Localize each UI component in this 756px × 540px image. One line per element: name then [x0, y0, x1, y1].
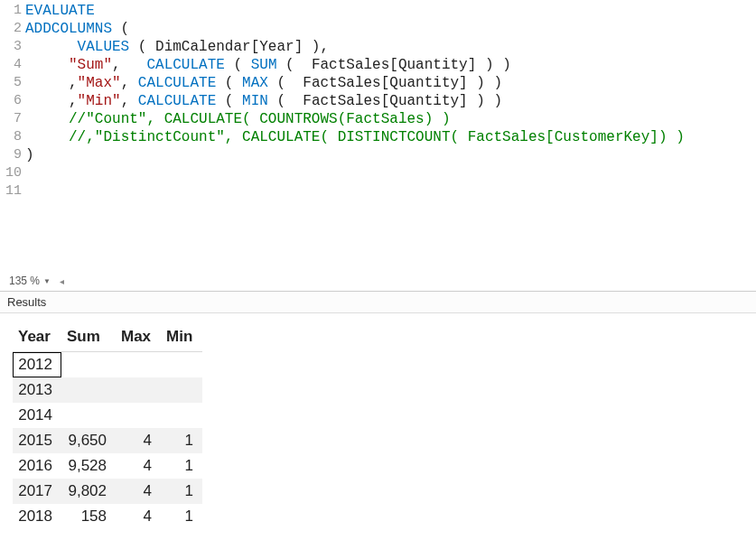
line-number: 6	[0, 92, 25, 110]
code-token: ,	[121, 93, 138, 109]
column-header-year[interactable]: Year	[13, 322, 61, 352]
code-token: ( DimCalendar[Year] ),	[129, 39, 329, 55]
cell-year[interactable]: 2018	[13, 504, 61, 529]
code-line[interactable]: ADDCOLUMNS (	[25, 20, 756, 38]
code-token: //"Count", CALCULATE( COUNTROWS(FactSale…	[69, 111, 450, 127]
code-line[interactable]: ,"Min", CALCULATE ( MIN ( FactSales[Quan…	[25, 92, 756, 110]
code-token: ,	[25, 93, 78, 109]
column-header-sum[interactable]: Sum	[61, 322, 116, 352]
code-token: SUM	[251, 57, 277, 73]
cell-max[interactable]	[116, 403, 161, 428]
code-token: VALUES	[78, 39, 130, 55]
table-row[interactable]: 20159,65041	[13, 428, 202, 453]
code-token	[25, 129, 69, 145]
cell-sum[interactable]: 9,802	[61, 479, 116, 504]
cell-year[interactable]: 2014	[13, 403, 61, 428]
code-line[interactable]: "Sum", CALCULATE ( SUM ( FactSales[Quant…	[25, 56, 756, 74]
code-line[interactable]: //"Count", CALCULATE( COUNTROWS(FactSale…	[25, 110, 756, 128]
cell-min[interactable]: 1	[161, 453, 202, 479]
code-line[interactable]: //,"DistinctCount", CALCULATE( DISTINCTC…	[25, 128, 756, 146]
code-token	[25, 39, 78, 55]
code-token: "Max"	[78, 75, 121, 91]
code-token: (	[112, 21, 129, 37]
line-number: 4	[0, 56, 25, 74]
table-row[interactable]: 2013	[13, 377, 202, 403]
code-token: ,	[25, 75, 78, 91]
column-header-max[interactable]: Max	[116, 322, 161, 352]
code-line[interactable]	[25, 182, 756, 200]
cell-sum[interactable]	[61, 352, 116, 378]
cell-year[interactable]: 2017	[13, 479, 61, 504]
line-number: 3	[0, 38, 25, 56]
zoom-bar: 135 % ▼ ◂	[0, 271, 756, 292]
zoom-level[interactable]: 135 %	[9, 275, 40, 287]
cell-sum[interactable]	[61, 377, 116, 403]
code-token: ,	[112, 57, 146, 73]
line-number: 5	[0, 74, 25, 92]
code-line[interactable]: EVALUATE	[25, 2, 756, 20]
code-token: MAX	[242, 75, 268, 91]
cell-sum[interactable]: 158	[61, 504, 116, 529]
cell-sum[interactable]: 9,528	[61, 453, 116, 479]
cell-max[interactable]: 4	[116, 504, 161, 529]
code-line[interactable]	[25, 164, 756, 182]
cell-max[interactable]: 4	[116, 428, 161, 453]
code-token: CALCULATE	[138, 75, 216, 91]
code-token: ADDCOLUMNS	[25, 21, 112, 37]
line-number: 9	[0, 146, 25, 164]
cell-year[interactable]: 2012	[13, 352, 61, 378]
code-token: ( FactSales[Quantity] ) )	[268, 93, 502, 109]
cell-min[interactable]	[161, 352, 202, 378]
cell-max[interactable]	[116, 352, 161, 378]
code-token: ,	[121, 75, 138, 91]
cell-min[interactable]: 1	[161, 428, 202, 453]
dax-editor[interactable]: 1234567891011 EVALUATEADDCOLUMNS ( VALUE…	[0, 0, 756, 271]
cell-year[interactable]: 2013	[13, 377, 61, 403]
cell-max[interactable]: 4	[116, 453, 161, 479]
cell-min[interactable]: 1	[161, 504, 202, 529]
cell-min[interactable]	[161, 403, 202, 428]
line-number: 11	[0, 182, 25, 200]
line-number: 2	[0, 20, 25, 38]
cell-sum[interactable]	[61, 403, 116, 428]
code-token: ( FactSales[Quantity] ) )	[276, 57, 510, 73]
code-token	[25, 111, 69, 127]
table-row[interactable]: 2012	[13, 352, 202, 378]
code-token: CALCULATE	[138, 93, 216, 109]
code-token: "Sum"	[69, 57, 112, 73]
line-number: 8	[0, 128, 25, 146]
line-number: 7	[0, 110, 25, 128]
code-line[interactable]: )	[25, 146, 756, 164]
code-line[interactable]: VALUES ( DimCalendar[Year] ),	[25, 38, 756, 56]
code-token: (	[225, 57, 251, 73]
zoom-dropdown-icon[interactable]: ▼	[43, 277, 51, 285]
cell-min[interactable]: 1	[161, 479, 202, 504]
cell-year[interactable]: 2016	[13, 453, 61, 479]
column-header-min[interactable]: Min	[161, 322, 202, 352]
code-token: "Min"	[78, 93, 121, 109]
results-table[interactable]: YearSumMaxMin 20122013201420159,65041201…	[13, 322, 202, 529]
code-token: CALCULATE	[146, 57, 224, 73]
code-token: //,"DistinctCount", CALCULATE( DISTINCTC…	[69, 129, 685, 145]
cell-year[interactable]: 2015	[13, 428, 61, 453]
table-row[interactable]: 20169,52841	[13, 453, 202, 479]
table-row[interactable]: 2014	[13, 403, 202, 428]
code-token	[25, 57, 69, 73]
cell-max[interactable]: 4	[116, 479, 161, 504]
scroll-left-icon[interactable]: ◂	[60, 276, 64, 286]
code-token: EVALUATE	[25, 3, 95, 19]
code-line[interactable]: ,"Max", CALCULATE ( MAX ( FactSales[Quan…	[25, 74, 756, 92]
cell-max[interactable]	[116, 377, 161, 403]
code-token: (	[216, 93, 242, 109]
code-token: )	[25, 147, 34, 163]
results-header-row: YearSumMaxMin	[13, 322, 202, 352]
line-number: 10	[0, 164, 25, 182]
code-token: MIN	[242, 93, 268, 109]
cell-sum[interactable]: 9,650	[61, 428, 116, 453]
code-area[interactable]: EVALUATEADDCOLUMNS ( VALUES ( DimCalenda…	[25, 0, 756, 271]
table-row[interactable]: 201815841	[13, 504, 202, 529]
line-number-gutter: 1234567891011	[0, 0, 25, 271]
cell-min[interactable]	[161, 377, 202, 403]
table-row[interactable]: 20179,80241	[13, 479, 202, 504]
code-token: (	[216, 75, 242, 91]
